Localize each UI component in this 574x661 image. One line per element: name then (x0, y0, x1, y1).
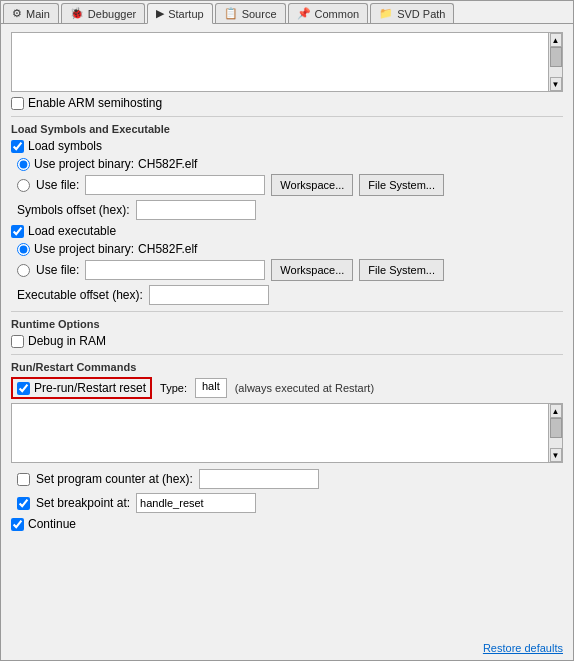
debug-in-ram-label: Debug in RAM (28, 334, 106, 348)
scroll-up-btn[interactable]: ▲ (550, 33, 562, 47)
use-file-radio[interactable] (17, 179, 30, 192)
top-scrollbar: ▲ ▼ (548, 33, 562, 91)
load-symbols-header: Load Symbols and Executable (11, 123, 563, 135)
enable-arm-row: Enable ARM semihosting (11, 96, 563, 110)
main-tab-icon: ⚙ (12, 7, 22, 20)
content-area: ▲ ▼ Enable ARM semihosting Load Symbols … (1, 24, 573, 642)
restore-defaults-link[interactable]: Restore defaults (1, 642, 573, 660)
common-tab-icon: 📌 (297, 7, 311, 20)
symbols-offset-row: Symbols offset (hex): (17, 200, 563, 220)
debug-in-ram-checkbox[interactable] (11, 335, 24, 348)
load-executable-row: Load executable (11, 224, 563, 238)
scroll-down-btn[interactable]: ▼ (550, 77, 562, 91)
set-breakpoint-checkbox[interactable] (17, 497, 30, 510)
bottom-scrollbar: ▲ ▼ (548, 404, 562, 462)
exec-offset-row: Executable offset (hex): (17, 285, 563, 305)
continue-checkbox[interactable] (11, 518, 24, 531)
use-file-radio2[interactable] (17, 264, 30, 277)
symbols-file-input[interactable] (85, 175, 265, 195)
exec-file-input[interactable] (85, 260, 265, 280)
scroll-down-btn2[interactable]: ▼ (550, 448, 562, 462)
source-tab-icon: 📋 (224, 7, 238, 20)
tab-common[interactable]: 📌 Common (288, 3, 369, 23)
continue-label: Continue (28, 517, 76, 531)
use-file-label2: Use file: (36, 263, 79, 277)
use-project-binary-row2: Use project binary: CH582F.elf (17, 242, 563, 256)
tab-common-label: Common (315, 8, 360, 20)
debug-in-ram-row: Debug in RAM (11, 334, 563, 348)
set-breakpoint-input[interactable] (136, 493, 256, 513)
exec-offset-label: Executable offset (hex): (17, 288, 143, 302)
enable-arm-label: Enable ARM semihosting (28, 96, 162, 110)
load-executable-checkbox[interactable] (11, 225, 24, 238)
svd-tab-icon: 📁 (379, 7, 393, 20)
tab-svd-path[interactable]: 📁 SVD Path (370, 3, 454, 23)
bottom-text-area: ▲ ▼ (11, 403, 563, 463)
exec-filesystem-btn[interactable]: File System... (359, 259, 444, 281)
pre-run-restart-label: Pre-run/Restart reset (34, 381, 146, 395)
top-text-area: ▲ ▼ (11, 32, 563, 92)
divider-1 (11, 116, 563, 117)
pre-run-bordered: Pre-run/Restart reset (11, 377, 152, 399)
load-symbols-label: Load symbols (28, 139, 102, 153)
tab-debugger[interactable]: 🐞 Debugger (61, 3, 145, 23)
set-pc-row: Set program counter at (hex): (17, 469, 563, 489)
continue-row: Continue (11, 517, 563, 531)
runtime-header: Runtime Options (11, 318, 563, 330)
main-window: ⚙ Main 🐞 Debugger ▶ Startup 📋 Source 📌 C… (0, 0, 574, 661)
set-breakpoint-label: Set breakpoint at: (36, 496, 130, 510)
use-file-label: Use file: (36, 178, 79, 192)
load-executable-label: Load executable (28, 224, 116, 238)
use-file-row2: Use file: Workspace... File System... (17, 259, 563, 281)
run-restart-row: Pre-run/Restart reset Type: halt (always… (11, 377, 563, 399)
set-pc-label: Set program counter at (hex): (36, 472, 193, 486)
scroll-up-btn2[interactable]: ▲ (550, 404, 562, 418)
use-project-binary-label: Use project binary: (34, 157, 134, 171)
use-project-binary-label2: Use project binary: (34, 242, 134, 256)
symbols-offset-input[interactable] (136, 200, 256, 220)
tab-svd-label: SVD Path (397, 8, 445, 20)
scroll-thumb2[interactable] (550, 418, 562, 438)
debugger-tab-icon: 🐞 (70, 7, 84, 20)
tab-main[interactable]: ⚙ Main (3, 3, 59, 23)
type-value-box: halt (195, 378, 227, 398)
pre-run-restart-checkbox[interactable] (17, 382, 30, 395)
scroll-thumb[interactable] (550, 47, 562, 67)
tab-startup[interactable]: ▶ Startup (147, 3, 212, 24)
load-symbols-row: Load symbols (11, 139, 563, 153)
tab-debugger-label: Debugger (88, 8, 136, 20)
set-breakpoint-row: Set breakpoint at: (17, 493, 563, 513)
exec-workspace-btn[interactable]: Workspace... (271, 259, 353, 281)
set-pc-checkbox[interactable] (17, 473, 30, 486)
startup-tab-icon: ▶ (156, 7, 164, 20)
always-text: (always executed at Restart) (235, 382, 374, 394)
divider-3 (11, 354, 563, 355)
use-project-binary-radio2[interactable] (17, 243, 30, 256)
set-pc-input[interactable] (199, 469, 319, 489)
symbols-filesystem-btn[interactable]: File System... (359, 174, 444, 196)
symbols-workspace-btn[interactable]: Workspace... (271, 174, 353, 196)
use-project-binary-radio[interactable] (17, 158, 30, 171)
tab-bar: ⚙ Main 🐞 Debugger ▶ Startup 📋 Source 📌 C… (1, 1, 573, 24)
tab-startup-label: Startup (168, 8, 203, 20)
project-binary-value2: CH582F.elf (138, 242, 197, 256)
enable-arm-checkbox[interactable] (11, 97, 24, 110)
use-file-row: Use file: Workspace... File System... (17, 174, 563, 196)
load-symbols-checkbox[interactable] (11, 140, 24, 153)
project-binary-value: CH582F.elf (138, 157, 197, 171)
tab-source-label: Source (242, 8, 277, 20)
divider-2 (11, 311, 563, 312)
use-project-binary-row: Use project binary: CH582F.elf (17, 157, 563, 171)
exec-offset-input[interactable] (149, 285, 269, 305)
symbols-offset-label: Symbols offset (hex): (17, 203, 130, 217)
type-label: Type: (160, 382, 187, 394)
run-restart-header: Run/Restart Commands (11, 361, 563, 373)
tab-main-label: Main (26, 8, 50, 20)
tab-source[interactable]: 📋 Source (215, 3, 286, 23)
